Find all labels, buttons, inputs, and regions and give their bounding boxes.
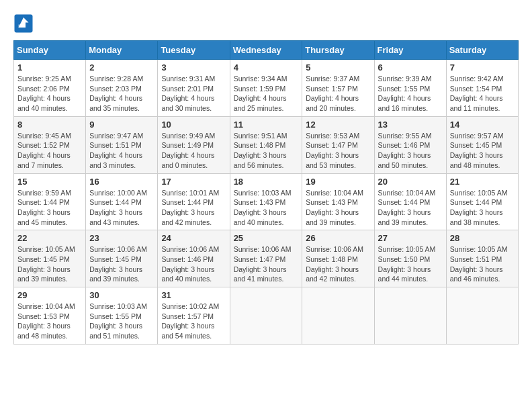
weekday-header-cell: Sunday — [14, 41, 86, 60]
weekday-header-cell: Monday — [86, 41, 158, 60]
day-number: 12 — [306, 120, 370, 130]
day-number: 6 — [378, 62, 443, 73]
cell-details: Sunrise: 10:04 AMSunset: 1:53 PMDaylight… — [17, 302, 82, 341]
calendar-cell: 19 Sunrise: 10:04 AMSunset: 1:43 PMDayli… — [302, 173, 374, 230]
calendar-cell — [302, 287, 374, 345]
cell-details: Sunrise: 10:04 AMSunset: 1:43 PMDaylight… — [306, 188, 370, 228]
cell-details: Sunrise: 9:57 AMSunset: 1:45 PMDaylight:… — [450, 131, 515, 171]
cell-details: Sunrise: 10:03 AMSunset: 1:55 PMDaylight… — [89, 302, 154, 341]
calendar-cell: 17 Sunrise: 10:01 AMSunset: 1:44 PMDayli… — [158, 173, 230, 230]
calendar-cell: 12 Sunrise: 9:53 AMSunset: 1:47 PMDaylig… — [302, 116, 374, 173]
calendar-cell — [446, 287, 518, 345]
calendar-cell: 5 Sunrise: 9:37 AMSunset: 1:57 PMDayligh… — [302, 60, 374, 117]
calendar-cell: 13 Sunrise: 9:55 AMSunset: 1:46 PMDaylig… — [374, 116, 446, 173]
calendar-week-row: 22 Sunrise: 10:05 AMSunset: 1:45 PMDayli… — [14, 230, 519, 287]
calendar-cell: 25 Sunrise: 10:06 AMSunset: 1:47 PMDayli… — [230, 230, 302, 287]
day-number: 8 — [17, 120, 82, 130]
calendar-week-row: 1 Sunrise: 9:25 AMSunset: 2:06 PMDayligh… — [14, 60, 519, 117]
svg-rect-2 — [19, 25, 26, 28]
calendar-cell: 28 Sunrise: 10:05 AMSunset: 1:51 PMDayli… — [446, 230, 518, 287]
day-number: 3 — [161, 62, 226, 73]
logo — [13, 13, 36, 34]
weekday-header-row: SundayMondayTuesdayWednesdayThursdayFrid… — [14, 41, 519, 60]
day-number: 31 — [161, 290, 226, 300]
cell-details: Sunrise: 9:31 AMSunset: 2:01 PMDaylight:… — [161, 74, 226, 113]
day-number: 19 — [306, 177, 370, 187]
weekday-header-cell: Wednesday — [230, 41, 302, 60]
calendar-cell: 23 Sunrise: 10:06 AMSunset: 1:45 PMDayli… — [86, 230, 158, 287]
calendar-cell: 30 Sunrise: 10:03 AMSunset: 1:55 PMDayli… — [86, 287, 158, 345]
calendar-cell: 7 Sunrise: 9:42 AMSunset: 1:54 PMDayligh… — [446, 60, 518, 117]
cell-details: Sunrise: 9:39 AMSunset: 1:55 PMDaylight:… — [378, 74, 443, 113]
cell-details: Sunrise: 9:59 AMSunset: 1:44 PMDaylight:… — [17, 188, 82, 228]
calendar-cell: 9 Sunrise: 9:47 AMSunset: 1:51 PMDayligh… — [86, 116, 158, 173]
calendar-cell: 4 Sunrise: 9:34 AMSunset: 1:59 PMDayligh… — [230, 60, 302, 117]
cell-details: Sunrise: 10:04 AMSunset: 1:44 PMDaylight… — [378, 188, 443, 228]
day-number: 15 — [17, 177, 82, 187]
calendar-week-row: 29 Sunrise: 10:04 AMSunset: 1:53 PMDayli… — [14, 287, 519, 345]
day-number: 24 — [161, 233, 226, 243]
day-number: 10 — [161, 120, 226, 130]
cell-details: Sunrise: 9:25 AMSunset: 2:06 PMDaylight:… — [17, 74, 82, 113]
calendar-cell: 21 Sunrise: 10:05 AMSunset: 1:44 PMDayli… — [446, 173, 518, 230]
calendar-cell: 26 Sunrise: 10:06 AMSunset: 1:48 PMDayli… — [302, 230, 374, 287]
cell-details: Sunrise: 10:01 AMSunset: 1:44 PMDaylight… — [161, 188, 226, 228]
calendar-cell: 29 Sunrise: 10:04 AMSunset: 1:53 PMDayli… — [14, 287, 86, 345]
cell-details: Sunrise: 10:02 AMSunset: 1:57 PMDaylight… — [161, 302, 226, 341]
cell-details: Sunrise: 9:55 AMSunset: 1:46 PMDaylight:… — [378, 131, 443, 171]
cell-details: Sunrise: 10:06 AMSunset: 1:47 PMDaylight… — [234, 244, 299, 284]
calendar-cell: 10 Sunrise: 9:49 AMSunset: 1:49 PMDaylig… — [158, 116, 230, 173]
calendar-cell: 2 Sunrise: 9:28 AMSunset: 2:03 PMDayligh… — [86, 60, 158, 117]
cell-details: Sunrise: 10:03 AMSunset: 1:43 PMDaylight… — [234, 188, 299, 228]
day-number: 1 — [17, 62, 82, 73]
day-number: 2 — [89, 62, 154, 73]
cell-details: Sunrise: 9:53 AMSunset: 1:47 PMDaylight:… — [306, 131, 370, 171]
day-number: 30 — [89, 290, 154, 300]
day-number: 27 — [378, 233, 443, 243]
day-number: 29 — [17, 290, 82, 300]
calendar-cell: 16 Sunrise: 10:00 AMSunset: 1:44 PMDayli… — [86, 173, 158, 230]
cell-details: Sunrise: 10:06 AMSunset: 1:46 PMDaylight… — [161, 244, 226, 284]
cell-details: Sunrise: 10:05 AMSunset: 1:51 PMDaylight… — [450, 244, 515, 284]
cell-details: Sunrise: 10:06 AMSunset: 1:48 PMDaylight… — [306, 244, 370, 284]
cell-details: Sunrise: 9:37 AMSunset: 1:57 PMDaylight:… — [306, 74, 370, 113]
calendar-cell: 3 Sunrise: 9:31 AMSunset: 2:01 PMDayligh… — [158, 60, 230, 117]
day-number: 18 — [234, 177, 299, 187]
calendar-table: SundayMondayTuesdayWednesdayThursdayFrid… — [13, 40, 519, 345]
calendar-week-row: 8 Sunrise: 9:45 AMSunset: 1:52 PMDayligh… — [14, 116, 519, 173]
calendar-cell: 6 Sunrise: 9:39 AMSunset: 1:55 PMDayligh… — [374, 60, 446, 117]
day-number: 7 — [450, 62, 515, 73]
cell-details: Sunrise: 9:28 AMSunset: 2:03 PMDaylight:… — [89, 74, 154, 113]
day-number: 25 — [234, 233, 299, 243]
cell-details: Sunrise: 9:45 AMSunset: 1:52 PMDaylight:… — [17, 131, 82, 171]
weekday-header-cell: Friday — [374, 41, 446, 60]
cell-details: Sunrise: 10:00 AMSunset: 1:44 PMDaylight… — [89, 188, 154, 228]
day-number: 20 — [378, 177, 443, 187]
day-number: 22 — [17, 233, 82, 243]
day-number: 4 — [234, 62, 299, 73]
cell-details: Sunrise: 9:47 AMSunset: 1:51 PMDaylight:… — [89, 131, 154, 171]
day-number: 23 — [89, 233, 154, 243]
cell-details: Sunrise: 9:51 AMSunset: 1:48 PMDaylight:… — [234, 131, 299, 171]
calendar-cell: 24 Sunrise: 10:06 AMSunset: 1:46 PMDayli… — [158, 230, 230, 287]
cell-details: Sunrise: 9:49 AMSunset: 1:49 PMDaylight:… — [161, 131, 226, 171]
calendar-cell: 14 Sunrise: 9:57 AMSunset: 1:45 PMDaylig… — [446, 116, 518, 173]
cell-details: Sunrise: 9:42 AMSunset: 1:54 PMDaylight:… — [450, 74, 515, 113]
calendar-cell — [230, 287, 302, 345]
calendar-cell: 18 Sunrise: 10:03 AMSunset: 1:43 PMDayli… — [230, 173, 302, 230]
day-number: 11 — [234, 120, 299, 130]
calendar-body: 1 Sunrise: 9:25 AMSunset: 2:06 PMDayligh… — [14, 60, 519, 345]
day-number: 17 — [161, 177, 226, 187]
calendar-cell: 1 Sunrise: 9:25 AMSunset: 2:06 PMDayligh… — [14, 60, 86, 117]
day-number: 13 — [378, 120, 443, 130]
cell-details: Sunrise: 10:05 AMSunset: 1:44 PMDaylight… — [450, 188, 515, 228]
day-number: 21 — [450, 177, 515, 187]
weekday-header-cell: Saturday — [446, 41, 518, 60]
day-number: 26 — [306, 233, 370, 243]
cell-details: Sunrise: 10:06 AMSunset: 1:45 PMDaylight… — [89, 244, 154, 284]
calendar-week-row: 15 Sunrise: 9:59 AMSunset: 1:44 PMDaylig… — [14, 173, 519, 230]
day-number: 5 — [306, 62, 370, 73]
calendar-cell: 11 Sunrise: 9:51 AMSunset: 1:48 PMDaylig… — [230, 116, 302, 173]
logo-icon — [13, 13, 34, 34]
calendar-cell: 15 Sunrise: 9:59 AMSunset: 1:44 PMDaylig… — [14, 173, 86, 230]
